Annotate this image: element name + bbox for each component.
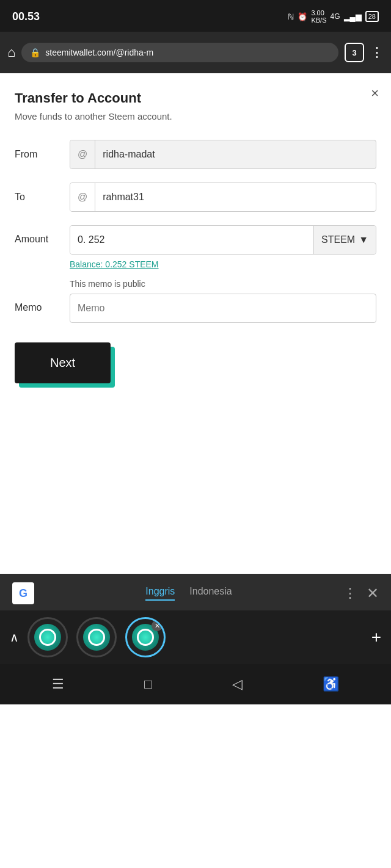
nav-accessibility-icon[interactable]: ♿: [323, 676, 339, 692]
tab-2-inner: [88, 629, 105, 646]
tab-1-thumbnail: [34, 624, 61, 651]
speed-text: 3.00KB/S: [311, 9, 326, 24]
browser-tab-3[interactable]: ✕: [125, 617, 166, 657]
nav-menu-icon[interactable]: ☰: [52, 676, 64, 692]
memo-input[interactable]: [70, 294, 376, 323]
status-icons: ℕ ⏰ 3.00KB/S 4G ▂▄▆ 28: [288, 9, 379, 24]
from-input[interactable]: [95, 140, 376, 168]
to-label: To: [15, 192, 70, 203]
tab-3-inner: [137, 629, 154, 646]
modal-title: Transfer to Account: [15, 90, 376, 106]
battery-icon: 28: [365, 11, 379, 22]
chevron-down-icon: ▼: [359, 234, 368, 245]
from-input-group: @: [70, 140, 376, 169]
status-bar: 00.53 ℕ ⏰ 3.00KB/S 4G ▂▄▆ 28: [0, 0, 391, 32]
from-label: From: [15, 149, 70, 160]
signal-icon: ▂▄▆: [344, 12, 362, 21]
browser-bar: ⌂ 🔒 steemitwallet.com/@ridha-m 3 ⋮: [0, 32, 391, 73]
from-row: From @: [15, 140, 376, 169]
amount-row: Amount STEEM ▼ Balance: 0.252 STEEM: [15, 225, 376, 273]
next-button-wrapper: Next: [15, 342, 111, 383]
memo-public-text: This memo is public: [70, 279, 376, 289]
next-button[interactable]: Next: [15, 342, 111, 383]
status-time: 00.53: [12, 10, 40, 23]
nav-back-icon[interactable]: ◁: [232, 676, 243, 692]
browser-tab-2[interactable]: [76, 617, 117, 657]
nfc-icon: ℕ: [288, 12, 294, 21]
currency-label: STEEM: [321, 234, 355, 245]
to-row: To @: [15, 183, 376, 212]
to-input-group: @: [70, 183, 376, 212]
translator-tab-inggris[interactable]: Inggris: [145, 586, 175, 601]
balance-link[interactable]: Balance: 0.252 STEEM: [70, 259, 376, 269]
translator-bar: G Inggris Indonesia ⋮ ✕: [0, 574, 391, 610]
tab-count-button[interactable]: 3: [345, 43, 364, 62]
alarm-icon: ⏰: [298, 12, 307, 21]
nav-home-icon[interactable]: □: [144, 676, 152, 692]
address-bar[interactable]: 🔒 steemitwallet.com/@ridha-m: [21, 43, 338, 62]
home-button[interactable]: ⌂: [7, 45, 15, 60]
add-tab-button[interactable]: +: [371, 627, 381, 647]
currency-select[interactable]: STEEM ▼: [313, 226, 376, 254]
translator-tab-indonesia[interactable]: Indonesia: [189, 586, 232, 601]
address-text: steemitwallet.com/@ridha-m: [45, 48, 153, 57]
memo-row: Memo: [15, 294, 376, 323]
network-4g-icon: 4G: [331, 12, 340, 21]
transfer-modal: × Transfer to Account Move funds to anot…: [0, 73, 391, 574]
from-at-symbol: @: [70, 140, 95, 168]
lock-icon: 🔒: [30, 48, 40, 57]
amount-label: Amount: [15, 225, 70, 245]
browser-tab-1[interactable]: [27, 617, 68, 657]
close-button[interactable]: ×: [371, 85, 379, 101]
translator-actions: ⋮ ✕: [343, 585, 379, 602]
browser-menu-button[interactable]: ⋮: [370, 45, 384, 60]
tab-2-thumbnail: [83, 624, 110, 651]
memo-label: Memo: [15, 294, 70, 313]
tab-3-close-button[interactable]: ✕: [152, 620, 163, 631]
amount-right: STEEM ▼ Balance: 0.252 STEEM: [70, 225, 376, 273]
translator-tabs: Inggris Indonesia: [145, 586, 232, 601]
google-translate-logo: G: [12, 582, 34, 604]
translator-close-icon[interactable]: ✕: [367, 585, 379, 602]
amount-input-group: STEEM ▼: [70, 225, 376, 255]
translator-menu-icon[interactable]: ⋮: [343, 585, 357, 601]
browser-tabs-bar: ∧ ✕ +: [0, 610, 391, 664]
to-input[interactable]: [95, 183, 376, 211]
modal-subtitle: Move funds to another Steem account.: [15, 111, 376, 121]
system-nav-bar: ☰ □ ◁ ♿: [0, 664, 391, 704]
tabs-chevron-up-icon[interactable]: ∧: [10, 630, 19, 645]
amount-input[interactable]: [70, 226, 313, 254]
tab-1-inner: [39, 629, 56, 646]
to-at-symbol: @: [70, 183, 95, 211]
